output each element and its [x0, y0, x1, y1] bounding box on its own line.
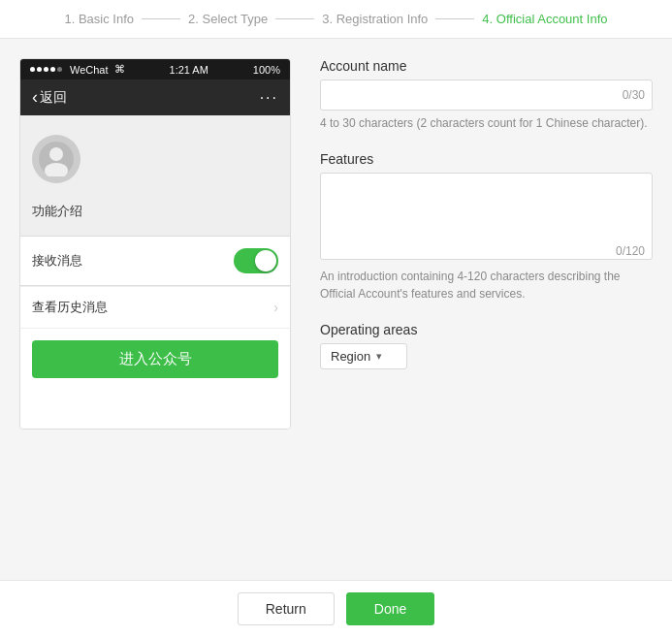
region-select[interactable]: Region ▾: [320, 343, 407, 369]
phone-mockup: WeChat ⌘ 1:21 AM 100% ‹ 返回 ···: [19, 58, 291, 430]
step-2-number: 2: [188, 12, 195, 26]
step-divider-1: [142, 18, 180, 19]
account-name-hint: 4 to 30 characters (2 characters count f…: [320, 114, 653, 132]
step-4-number: 4: [482, 12, 489, 26]
features-count: 0/120: [616, 244, 645, 258]
phone-bottom-spacer: [20, 390, 290, 429]
status-dot-2: [37, 67, 42, 72]
features-section: Features 0/120 An introduction containin…: [320, 151, 653, 303]
phone-status-bar: WeChat ⌘ 1:21 AM 100%: [20, 59, 290, 80]
back-button[interactable]: ‹ 返回: [32, 87, 67, 108]
step-1-text: Basic Info: [79, 12, 134, 26]
status-dot-4: [50, 67, 55, 72]
func-intro-section: 功能介绍: [20, 195, 290, 236]
bottom-bar: Return Done: [0, 580, 672, 637]
step-1: 1. Basic Info: [64, 12, 134, 26]
wifi-icon: ⌘: [114, 63, 125, 76]
view-history-row[interactable]: 查看历史消息 ›: [20, 286, 290, 328]
step-divider-2: [275, 18, 314, 19]
features-textarea[interactable]: [320, 173, 653, 260]
status-dots: [30, 67, 62, 72]
main-content: WeChat ⌘ 1:21 AM 100% ‹ 返回 ···: [0, 39, 672, 449]
step-3-text: Registration Info: [336, 12, 429, 26]
account-name-input[interactable]: [320, 80, 653, 111]
receive-msg-toggle[interactable]: [234, 248, 278, 273]
features-textarea-wrapper: 0/120: [320, 173, 653, 264]
account-name-input-wrapper: 0/30: [320, 80, 653, 111]
step-3: 3. Registration Info: [322, 12, 428, 26]
form-panel: Account name 0/30 4 to 30 characters (2 …: [320, 58, 653, 430]
step-4: 4. Official Account Info: [482, 12, 607, 26]
step-3-number: 3: [322, 12, 329, 26]
toggle-knob: [255, 250, 276, 271]
more-options-icon[interactable]: ···: [260, 89, 278, 107]
status-dot-1: [30, 67, 35, 72]
features-hint: An introduction containing 4-120 charact…: [320, 268, 653, 303]
avatar: [32, 135, 80, 183]
step-divider-3: [435, 18, 474, 19]
wechat-label: WeChat: [70, 64, 109, 76]
func-intro-text: 功能介绍: [32, 204, 82, 218]
status-time: 1:21 AM: [170, 64, 208, 76]
receive-msg-label: 接收消息: [32, 252, 82, 270]
dropdown-arrow-icon: ▾: [376, 350, 382, 363]
enter-btn-row: 进入公众号: [20, 328, 290, 390]
region-value: Region: [331, 349, 370, 364]
chevron-right-icon: ›: [273, 300, 278, 315]
view-history-label: 查看历史消息: [32, 299, 108, 316]
account-name-label: Account name: [320, 58, 653, 74]
status-left: WeChat ⌘: [30, 63, 125, 76]
step-2: 2. Select Type: [188, 12, 268, 26]
features-label: Features: [320, 151, 653, 167]
receive-msg-row[interactable]: 接收消息: [20, 237, 290, 285]
return-button[interactable]: Return: [238, 592, 335, 625]
avatar-icon: [39, 142, 74, 176]
svg-point-1: [49, 147, 63, 161]
operating-areas-section: Operating areas Region ▾: [320, 322, 653, 369]
step-1-label: 1: [64, 12, 71, 26]
step-4-text: Official Account Info: [496, 12, 608, 26]
step-2-text: Select Type: [203, 12, 269, 26]
battery-label: 100%: [253, 64, 280, 76]
profile-section: [20, 115, 290, 195]
account-name-section: Account name 0/30 4 to 30 characters (2 …: [320, 58, 653, 132]
stepper: 1. Basic Info 2. Select Type 3. Registra…: [0, 0, 672, 39]
phone-nav-bar: ‹ 返回 ···: [20, 80, 290, 115]
status-dot-3: [44, 67, 48, 72]
enter-account-button[interactable]: 进入公众号: [32, 340, 278, 378]
done-button[interactable]: Done: [346, 592, 434, 625]
back-chevron-icon: ‹: [32, 87, 38, 108]
account-name-count: 0/30: [623, 88, 645, 102]
operating-areas-label: Operating areas: [320, 322, 653, 337]
back-label: 返回: [40, 89, 67, 107]
